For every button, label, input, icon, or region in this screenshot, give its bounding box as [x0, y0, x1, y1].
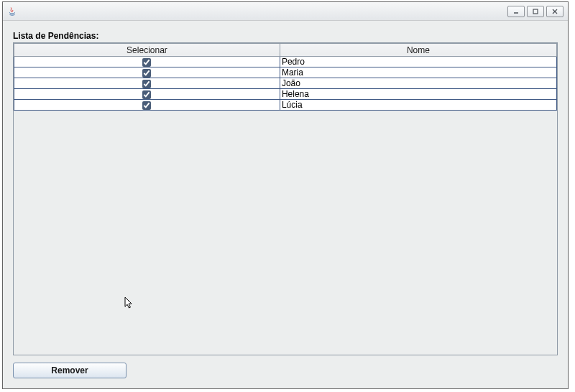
java-icon — [7, 6, 17, 17]
row-checkbox[interactable] — [142, 101, 151, 110]
table-row[interactable]: Helena — [14, 89, 557, 100]
row-checkbox[interactable] — [142, 69, 151, 78]
titlebar — [3, 2, 568, 21]
svg-rect-1 — [533, 9, 538, 14]
title-left — [7, 6, 20, 17]
row-checkbox[interactable] — [142, 58, 151, 67]
table-row[interactable]: Pedro — [14, 57, 557, 67]
table-row[interactable]: Maria — [14, 67, 557, 78]
cell-select[interactable] — [14, 100, 280, 111]
table-row[interactable]: Lúcia — [14, 100, 557, 111]
table-row[interactable]: João — [14, 78, 557, 89]
col-header-name[interactable]: Nome — [280, 44, 556, 57]
table-empty-area — [14, 111, 557, 355]
col-header-select[interactable]: Selecionar — [14, 44, 280, 57]
app-window: Lista de Pendências: Selecionar Nome Ped… — [2, 1, 569, 389]
cell-name[interactable]: Pedro — [280, 57, 556, 67]
pending-table: Selecionar Nome PedroMariaJoãoHelenaLúci… — [14, 43, 557, 111]
cell-name[interactable]: João — [280, 78, 556, 89]
close-button[interactable] — [546, 6, 564, 17]
row-checkbox[interactable] — [142, 80, 151, 88]
cell-name[interactable]: Maria — [280, 67, 556, 78]
table-header-row: Selecionar Nome — [14, 44, 557, 57]
table-scrollpane: Selecionar Nome PedroMariaJoãoHelenaLúci… — [13, 42, 558, 355]
table-body: PedroMariaJoãoHelenaLúcia — [14, 57, 557, 111]
list-label: Lista de Pendências: — [13, 31, 558, 41]
cell-select[interactable] — [14, 57, 280, 67]
cell-select[interactable] — [14, 89, 280, 100]
button-row: Remover — [13, 363, 558, 378]
cell-select[interactable] — [14, 78, 280, 89]
maximize-button[interactable] — [527, 6, 544, 17]
row-checkbox[interactable] — [142, 90, 151, 99]
window-buttons — [507, 6, 564, 17]
cell-name[interactable]: Helena — [280, 89, 556, 100]
content-pane: Lista de Pendências: Selecionar Nome Ped… — [3, 21, 568, 388]
minimize-button[interactable] — [507, 6, 525, 17]
cell-select[interactable] — [14, 67, 280, 78]
cell-name[interactable]: Lúcia — [280, 100, 556, 111]
remove-button[interactable]: Remover — [13, 363, 126, 378]
